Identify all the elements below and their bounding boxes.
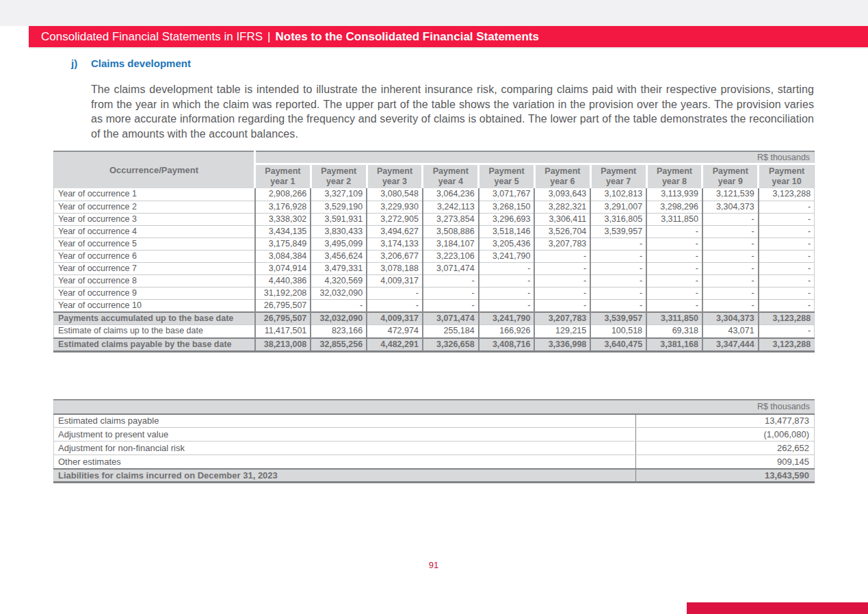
column-header-line2: year 7 bbox=[592, 177, 646, 187]
value-cell: - bbox=[479, 262, 535, 274]
value-cell: - bbox=[534, 287, 590, 299]
value-cell: - bbox=[646, 225, 702, 238]
value-cell: 3,494,627 bbox=[367, 225, 423, 238]
value-cell: 3,071,474 bbox=[423, 262, 479, 274]
value-cell: - bbox=[759, 299, 815, 312]
value-cell: - bbox=[534, 250, 590, 262]
value-cell: 3,084,384 bbox=[255, 250, 311, 262]
document-page: Consolidated Financial Statements in IFR… bbox=[0, 0, 868, 614]
section-marker: j) bbox=[71, 57, 91, 69]
value-cell: - bbox=[423, 287, 479, 299]
value-cell: - bbox=[759, 213, 815, 225]
summary-row-label: Estimate of claims up to the base date bbox=[54, 325, 255, 338]
value-cell: 4,440,386 bbox=[255, 274, 311, 287]
summary-value-cell: 166,926 bbox=[479, 325, 535, 338]
value-cell: 3,526,704 bbox=[534, 225, 590, 238]
value-cell: 3,206,677 bbox=[367, 250, 423, 262]
recon-unit-label: R$ thousands bbox=[54, 400, 815, 414]
value-cell: - bbox=[759, 201, 815, 213]
value-cell: - bbox=[759, 225, 815, 238]
column-header-line2: year 8 bbox=[648, 177, 702, 187]
occurrence-row: Year of occurrence 63,084,3843,456,6243,… bbox=[54, 250, 815, 262]
value-cell: - bbox=[759, 287, 815, 299]
value-cell: 4,320,569 bbox=[311, 274, 367, 287]
claims-corner-header: Occurrence/Payment bbox=[54, 151, 255, 188]
value-cell: - bbox=[646, 299, 702, 312]
recon-total-value: 13,643,590 bbox=[636, 469, 815, 483]
occurrence-row: Year of occurrence 931,192,20832,032,090… bbox=[54, 287, 815, 299]
value-cell: 3,591,931 bbox=[311, 213, 367, 225]
value-cell: 32,032,090 bbox=[311, 287, 367, 299]
summary-value-cell: 11,417,501 bbox=[255, 325, 311, 338]
recon-row-label: Estimated claims payable bbox=[54, 414, 636, 428]
column-header: Paymentyear 3 bbox=[367, 164, 423, 188]
column-header-line2: year 6 bbox=[536, 177, 590, 187]
value-cell: 3,298,296 bbox=[646, 201, 702, 213]
value-cell: - bbox=[759, 238, 815, 250]
value-cell: - bbox=[367, 299, 423, 312]
value-cell: 3,272,905 bbox=[367, 213, 423, 225]
summary-value-cell: 129,215 bbox=[534, 325, 590, 338]
summary-value-cell: 3,304,373 bbox=[702, 312, 759, 325]
row-label: Year of occurrence 4 bbox=[54, 225, 255, 238]
reconciliation-table: R$ thousandsEstimated claims payable13,4… bbox=[53, 399, 815, 484]
row-label: Year of occurrence 2 bbox=[54, 201, 255, 213]
summary-value-cell: 43,071 bbox=[702, 325, 759, 338]
summary-value-cell: 255,184 bbox=[423, 325, 479, 338]
row-label: Year of occurrence 8 bbox=[54, 274, 255, 287]
value-cell: - bbox=[702, 213, 759, 225]
page-content: j)Claims development The claims developm… bbox=[53, 57, 814, 570]
value-cell: - bbox=[590, 262, 646, 274]
summary-value-cell: 26,795,507 bbox=[255, 312, 311, 325]
summary-value-cell: 472,974 bbox=[367, 325, 423, 338]
value-cell: 3,304,373 bbox=[702, 201, 759, 213]
recon-row-value: 13,477,873 bbox=[636, 414, 815, 428]
value-cell: - bbox=[479, 299, 535, 312]
value-cell: 31,192,208 bbox=[255, 287, 311, 299]
occurrence-row: Year of occurrence 12,908,2663,327,1093,… bbox=[54, 188, 815, 201]
value-cell: 3,830,433 bbox=[311, 225, 367, 238]
value-cell: 3,229,930 bbox=[367, 201, 423, 213]
value-cell: 3,205,436 bbox=[479, 238, 535, 250]
occurrence-row: Year of occurrence 23,176,9283,529,1903,… bbox=[54, 201, 815, 213]
value-cell: 3,311,850 bbox=[646, 213, 702, 225]
column-header: Paymentyear 10 bbox=[759, 164, 815, 188]
column-header: Paymentyear 5 bbox=[479, 164, 535, 188]
column-header-line1: Payment bbox=[479, 166, 534, 177]
summary-value-cell: - bbox=[759, 325, 815, 338]
value-cell: - bbox=[646, 274, 702, 287]
value-cell: 3,078,188 bbox=[367, 262, 423, 274]
row-label: Year of occurrence 5 bbox=[54, 238, 255, 250]
summary-value-cell: 3,326,658 bbox=[423, 338, 479, 352]
value-cell: 3,306,411 bbox=[534, 213, 590, 225]
header-breadcrumb-right: Notes to the Consolidated Financial Stat… bbox=[276, 30, 539, 44]
claims-development-table: Occurrence/PaymentR$ thousandsPaymentyea… bbox=[53, 151, 815, 353]
column-header-line2: year 9 bbox=[703, 177, 757, 187]
summary-value-cell: 3,071,474 bbox=[423, 312, 479, 325]
value-cell: 3,074,914 bbox=[255, 262, 311, 274]
value-cell: - bbox=[590, 250, 646, 262]
value-cell: 26,795,507 bbox=[255, 299, 311, 312]
value-cell: - bbox=[590, 287, 646, 299]
summary-value-cell: 3,207,783 bbox=[534, 312, 590, 325]
row-label: Year of occurrence 9 bbox=[54, 287, 255, 299]
value-cell: - bbox=[534, 262, 590, 274]
header-separator: | bbox=[267, 30, 270, 44]
value-cell: 3,242,113 bbox=[423, 201, 479, 213]
value-cell: 3,268,150 bbox=[479, 201, 535, 213]
recon-row-label: Adjustment to present value bbox=[54, 428, 636, 442]
row-label: Year of occurrence 3 bbox=[54, 213, 255, 225]
value-cell: 3,273,854 bbox=[423, 213, 479, 225]
value-cell: 3,174,133 bbox=[367, 238, 423, 250]
summary-value-cell: 3,539,957 bbox=[590, 312, 646, 325]
summary-row-label: Payments accumulated up to the base date bbox=[54, 312, 255, 325]
intro-paragraph: The claims development table is intended… bbox=[91, 82, 814, 141]
value-cell: 3,071,767 bbox=[479, 188, 535, 201]
summary-value-cell: 32,855,256 bbox=[311, 338, 367, 352]
value-cell: 3,113,939 bbox=[646, 188, 702, 201]
column-header-line1: Payment bbox=[368, 166, 422, 177]
value-cell: - bbox=[311, 299, 367, 312]
page-top-margin bbox=[0, 0, 868, 26]
summary-value-cell: 32,032,090 bbox=[311, 312, 367, 325]
summary-value-cell: 3,381,168 bbox=[646, 338, 702, 352]
